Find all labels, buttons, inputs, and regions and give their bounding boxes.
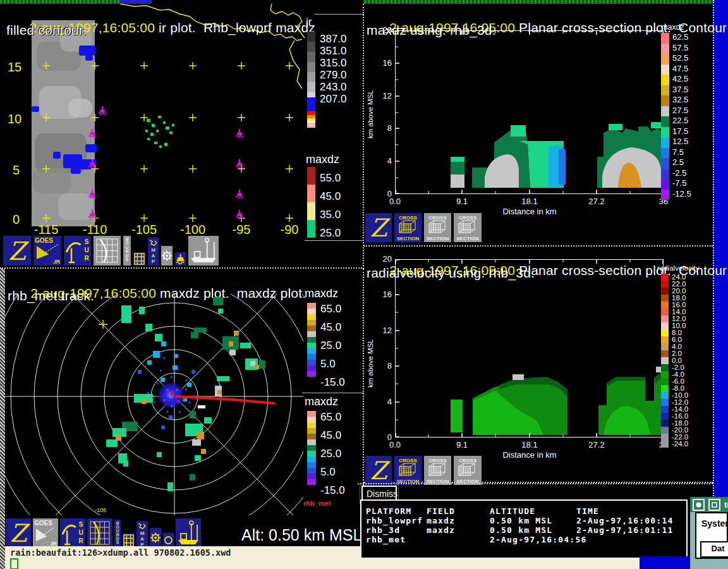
gear-button[interactable] <box>161 246 173 266</box>
status-cell: rhb_lowprf <box>366 516 423 525</box>
cross-section-button-2[interactable]: CROSSSECTION <box>424 213 451 242</box>
status-cell: 2-Aug-97,16:00:14 <box>576 516 673 525</box>
ship-icon <box>188 236 219 266</box>
colorbar-segment <box>307 314 316 320</box>
colorbar-segment <box>307 445 316 451</box>
small-grid-button[interactable] <box>123 534 135 548</box>
colorbar-segment <box>307 348 316 354</box>
colorbar-segment <box>307 42 315 52</box>
surveillance-radar-button[interactable]: SUR <box>64 236 91 266</box>
colorbar-segment <box>307 52 315 62</box>
colorbar-segment <box>307 167 315 185</box>
colorbar-segment <box>307 185 315 202</box>
colorbar-tick-label: 17.5 <box>669 127 688 138</box>
colorbar-tick-label: 65.0 <box>320 303 341 315</box>
system-label: System <box>701 518 728 529</box>
svg-text:SECTION: SECTION <box>427 236 449 242</box>
lat-tick-15: 15 <box>8 60 21 75</box>
colorbar-swatch <box>661 315 669 322</box>
colorbar-tick-label: 22.5 <box>669 116 688 127</box>
mini-window-titlebar[interactable]: tin <box>690 497 728 512</box>
colorbar-segment <box>307 365 316 371</box>
cross-section-button-3[interactable]: CROSSSECTION <box>454 456 482 485</box>
svg-text:Z: Z <box>370 214 391 242</box>
ship-button[interactable] <box>188 236 219 266</box>
surveillance-radar-button[interactable]: SUR <box>60 518 85 548</box>
window-menu-icon[interactable] <box>693 499 705 511</box>
buoy-button[interactable] <box>175 252 186 266</box>
svg-text:P: P <box>152 259 155 264</box>
map-button[interactable]: MAP <box>136 521 148 548</box>
colorbar-swatch <box>661 399 669 406</box>
circle-button[interactable] <box>163 533 174 548</box>
cross-section-toolbar: ZCROSSSECTIONCROSSSECTIONCROSSSECTION <box>365 213 482 242</box>
cross-section-maxdz-panel: 2-aug-1997,16:05:00 Planar cross-section… <box>364 4 713 247</box>
bounds-button[interactable]: BOUNDS <box>114 520 121 548</box>
cross-section-button-active[interactable]: CROSSSECTION <box>394 213 422 242</box>
colorbar-segment <box>307 354 316 360</box>
colorbar-segment <box>307 72 315 82</box>
maxdz-colorbar: 62.557.552.547.542.537.532.527.522.517.5… <box>661 33 691 200</box>
maxdz-colorbar: 55.045.035.025.0 <box>307 167 315 238</box>
cross-section-button-2[interactable]: CROSSSECTION <box>424 456 451 485</box>
colorbar-swatch <box>661 336 669 343</box>
ship-button[interactable] <box>176 518 201 548</box>
goes-ir-button[interactable]: GOES.IR <box>33 236 61 266</box>
zebra-button[interactable]: Z <box>365 213 392 242</box>
plot-title-line2: filled contour. <box>6 23 87 38</box>
colorbar-swatch <box>661 378 669 385</box>
status-cell: rhb_met <box>366 535 406 544</box>
gear-button[interactable] <box>150 528 161 548</box>
colorbar-tick-label: 5.0 <box>320 358 336 370</box>
colorbar-segment <box>307 428 316 434</box>
goes-ir-button[interactable]: GOES.IR <box>33 518 58 548</box>
ship-icon <box>176 518 201 548</box>
colorbar-tick-label: 7.5 <box>669 148 684 159</box>
small-grid-button[interactable] <box>133 252 145 266</box>
cross-section-toolbar: ZCROSSSECTIONCROSSSECTIONCROSSSECTION <box>365 456 482 485</box>
colorbar-swatch <box>661 302 669 309</box>
status-cell: 2-Aug-97,16:04:56 <box>490 535 586 544</box>
colorbar-segment <box>307 326 316 331</box>
x-axis-label: Distance in km <box>492 207 567 216</box>
y-tick: 4 <box>375 397 392 407</box>
colorbar-swatch <box>661 127 669 138</box>
svg-text:Z: Z <box>370 456 391 485</box>
terminal-command-line[interactable]: rain:beaufait:126>xdump.all 970802.1605.… <box>10 548 231 558</box>
ir-satellite-panel: 2-aug-1997,16:05:00 ir plot. Rhb_lowprf … <box>0 4 364 269</box>
zebra-button[interactable]: Z <box>365 456 392 485</box>
cross-section-button-active[interactable]: CROSSSECTION <box>394 456 422 485</box>
zebra-icon: Z <box>6 518 31 548</box>
gear-icon <box>161 246 173 266</box>
x-tick: 18.1 <box>511 197 549 206</box>
colorbar-tick-label: 37.5 <box>669 85 688 96</box>
svg-text:S: S <box>85 238 89 245</box>
map-button[interactable]: MAP <box>148 238 159 266</box>
date-button[interactable]: Dat <box>700 541 728 558</box>
grid-curve-button[interactable] <box>87 518 112 548</box>
cross-section-plot[interactable] <box>395 259 664 437</box>
grid-curve-button[interactable] <box>94 236 121 266</box>
goes-icon: GOES.IR <box>33 236 61 266</box>
zebra-button[interactable]: Z <box>3 236 31 266</box>
window-iconify-icon[interactable] <box>708 499 720 511</box>
colorbar-tick-label: 62.5 <box>669 33 688 44</box>
colorbar-tick-label: -2.5 <box>669 169 686 180</box>
cross-section-plot[interactable] <box>395 30 664 194</box>
colorbar-swatch <box>661 406 669 413</box>
svg-text:S: S <box>116 540 119 544</box>
cross-section-button-3[interactable]: CROSSSECTION <box>454 213 482 242</box>
lon-tick: -90 <box>270 223 308 237</box>
colorbar-segment <box>307 62 315 72</box>
window-edge-pattern <box>0 546 5 569</box>
ppi-radar-plot[interactable]: -105 <box>5 294 303 515</box>
colorbar-segment <box>307 417 316 422</box>
zebra-button[interactable]: Z <box>6 518 31 548</box>
colorbar-segment <box>307 343 316 348</box>
colorbar-swatch <box>661 85 669 96</box>
maxdz-colorbar-title-1: maxdz <box>305 287 338 300</box>
bounds-button[interactable]: BOUNDS <box>123 236 131 266</box>
maxdz-colorbar-2: 65.045.025.05.0-15.0 <box>307 411 316 485</box>
colorbar-swatch <box>661 137 669 148</box>
zebra-icon: Z <box>3 236 31 266</box>
